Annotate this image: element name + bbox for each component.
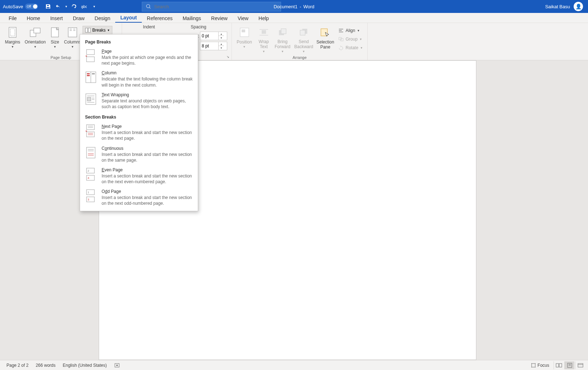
- search-icon: [146, 4, 151, 9]
- send-backward-label: Send Backward: [294, 39, 314, 49]
- tab-review[interactable]: Review: [206, 14, 233, 23]
- size-icon: [51, 27, 59, 38]
- svg-rect-22: [300, 30, 305, 35]
- align-button[interactable]: Align ▼: [338, 27, 363, 34]
- macro-recorder[interactable]: [111, 363, 123, 368]
- spacing-before-input[interactable]: ▲▼: [200, 32, 227, 40]
- text-wrapping-desc: Separate text around objects on web page…: [102, 98, 193, 110]
- chevron-down-icon: ▼: [11, 45, 14, 48]
- spacing-header: Spacing: [174, 24, 223, 29]
- page-indicator[interactable]: Page 2 of 2: [3, 363, 32, 368]
- user-avatar[interactable]: 👤: [574, 2, 583, 11]
- status-bar: Page 2 of 2 266 words English (United St…: [0, 360, 588, 370]
- spinner-down[interactable]: ▼: [219, 36, 224, 40]
- send-backward-button[interactable]: Send Backward ▼: [293, 25, 315, 55]
- svg-rect-29: [87, 50, 94, 55]
- chevron-down-icon: ▼: [243, 45, 246, 48]
- next-page-desc: Insert a section break and start the new…: [102, 130, 193, 141]
- group-icon: [338, 37, 344, 42]
- page-title: Page: [102, 49, 193, 54]
- qat-customize[interactable]: ▼: [90, 2, 98, 11]
- redo-button[interactable]: [70, 2, 78, 11]
- doc-name: Document1: [274, 4, 297, 9]
- paragraph-launcher[interactable]: ↘: [227, 55, 231, 59]
- margins-button[interactable]: Margins ▼: [2, 25, 23, 55]
- menu-item-odd-page[interactable]: 13 Odd Page Insert a section break and s…: [80, 187, 198, 208]
- menu-item-text-wrapping[interactable]: Text Wrapping Separate text around objec…: [80, 90, 198, 112]
- tab-draw[interactable]: Draw: [68, 14, 90, 23]
- svg-rect-64: [556, 364, 559, 367]
- tab-mailings[interactable]: Mailings: [178, 14, 206, 23]
- autosave-label: AutoSave: [3, 4, 23, 9]
- tab-insert[interactable]: Insert: [45, 14, 68, 23]
- svg-rect-65: [559, 364, 562, 367]
- autosave-toggle[interactable]: AutoSave Off: [0, 4, 41, 9]
- svg-rect-69: [578, 364, 583, 367]
- menu-item-page[interactable]: Page Mark the point at which one page en…: [80, 47, 198, 68]
- page-desc: Mark the point at which one page ends an…: [102, 55, 193, 66]
- undo-dropdown[interactable]: ▼: [64, 2, 68, 11]
- search-input[interactable]: [154, 4, 277, 9]
- breaks-button[interactable]: Breaks ▼: [83, 26, 112, 34]
- tab-layout[interactable]: Layout: [115, 13, 142, 23]
- spinner-up[interactable]: ▲: [219, 42, 224, 46]
- wrap-text-button[interactable]: Wrap Text ▼: [255, 25, 272, 55]
- svg-point-62: [116, 365, 118, 366]
- bring-forward-button[interactable]: Bring Forward ▼: [273, 25, 292, 55]
- tab-view[interactable]: View: [233, 14, 253, 23]
- selection-pane-button[interactable]: Selection Pane: [316, 25, 335, 55]
- undo-button[interactable]: [54, 2, 62, 11]
- read-mode-view[interactable]: [554, 361, 564, 369]
- focus-label: Focus: [537, 363, 549, 368]
- tab-help[interactable]: Help: [253, 14, 274, 23]
- menu-item-even-page[interactable]: 24 Even Page Insert a section break and …: [80, 165, 198, 187]
- svg-rect-35: [92, 73, 95, 74]
- toggle-knob: [33, 4, 37, 9]
- search-box[interactable]: [142, 2, 281, 11]
- spacing-after-field[interactable]: [200, 43, 218, 48]
- text-wrapping-title: Text Wrapping: [102, 92, 193, 97]
- menu-item-next-page[interactable]: Next Page Insert a section break and sta…: [80, 122, 198, 143]
- focus-mode[interactable]: Focus: [527, 363, 553, 368]
- title-separator: -: [300, 4, 301, 9]
- spinner-down[interactable]: ▼: [219, 46, 224, 50]
- save-button[interactable]: [44, 2, 52, 11]
- odd-page-title: Odd Page: [102, 189, 193, 194]
- group-button[interactable]: Group ▼: [338, 35, 363, 43]
- bring-forward-icon: [277, 27, 288, 37]
- menu-item-continuous[interactable]: Continuous Insert a section break and st…: [80, 144, 198, 165]
- svg-rect-42: [87, 125, 94, 130]
- web-layout-view[interactable]: [575, 361, 585, 369]
- position-icon: [239, 27, 249, 37]
- tab-file[interactable]: File: [4, 14, 22, 23]
- spacing-after-input[interactable]: ▲▼: [200, 42, 227, 50]
- rotate-icon: [338, 45, 344, 50]
- chevron-down-icon: ▼: [53, 45, 56, 48]
- size-label: Size: [51, 40, 59, 45]
- margins-icon: [8, 27, 18, 38]
- columns-button[interactable]: Columns ▼: [63, 25, 82, 55]
- svg-text:1: 1: [88, 191, 89, 194]
- continuous-desc: Insert a section break and start the new…: [102, 152, 193, 163]
- menu-item-column[interactable]: Column Indicate that the text following …: [80, 68, 198, 90]
- size-button[interactable]: Size ▼: [47, 25, 62, 55]
- tab-home[interactable]: Home: [22, 14, 45, 23]
- svg-rect-34: [87, 75, 90, 76]
- print-layout-view[interactable]: [564, 361, 574, 369]
- tab-design[interactable]: Design: [90, 14, 116, 23]
- tab-references[interactable]: References: [142, 14, 178, 23]
- svg-text:abc: abc: [81, 4, 87, 9]
- spinner-up[interactable]: ▲: [219, 32, 224, 36]
- orientation-label: Orientation: [25, 40, 46, 45]
- language-indicator[interactable]: English (United States): [59, 363, 111, 368]
- quick-styles-button[interactable]: abc: [80, 2, 88, 11]
- rotate-button[interactable]: Rotate ▼: [338, 44, 363, 52]
- spacing-before-field[interactable]: [200, 33, 218, 38]
- position-button[interactable]: Position ▼: [234, 25, 255, 55]
- chevron-down-icon: ▼: [262, 50, 265, 53]
- toggle-switch[interactable]: Off: [25, 4, 38, 9]
- word-count[interactable]: 266 words: [32, 363, 59, 368]
- user-area: Saikat Basu 👤: [545, 2, 588, 11]
- arrange-group-label: Arrange: [234, 55, 365, 61]
- orientation-button[interactable]: Orientation ▼: [24, 25, 47, 55]
